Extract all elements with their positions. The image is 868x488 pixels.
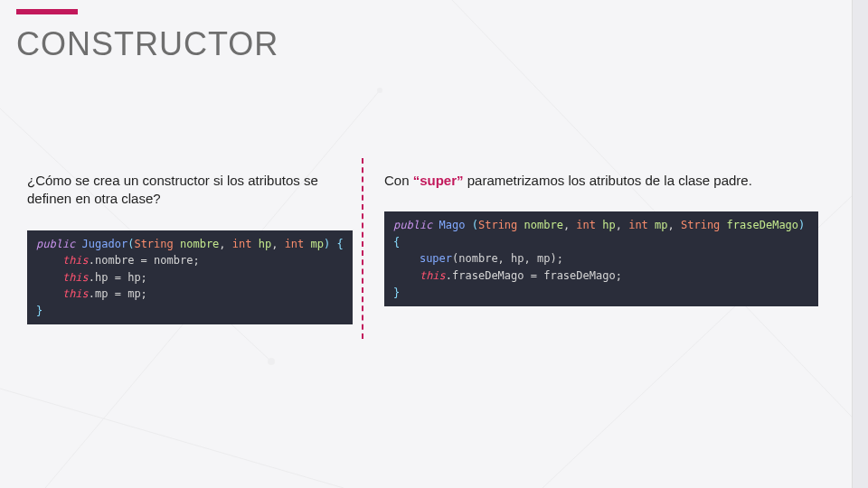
svg-point-5 xyxy=(268,358,275,365)
param-nombre: nombre xyxy=(174,238,220,250)
param-mp: mp xyxy=(648,219,668,231)
assign-nombre: .nombre = nombre; xyxy=(89,254,200,267)
param-hp: hp xyxy=(251,238,271,250)
svg-line-4 xyxy=(0,389,344,488)
keyword-public: public xyxy=(393,219,432,231)
type-int: int xyxy=(576,219,596,231)
type-string: String xyxy=(478,219,517,231)
param-mp: mp xyxy=(304,238,324,250)
code-mago: public Mago (String nombre, int hp, int … xyxy=(384,211,818,306)
scrollbar-gutter xyxy=(852,0,868,488)
comma: , xyxy=(219,238,231,250)
code-jugador: public Jugador(String nombre, int hp, in… xyxy=(27,230,353,325)
super-args: (nombre, hp, mp); xyxy=(452,252,563,265)
type-int: int xyxy=(285,238,305,250)
brace-close: } xyxy=(393,286,400,299)
keyword-this: this xyxy=(420,269,446,282)
right-column: Con “super” parametrizamos los atributos… xyxy=(384,172,841,306)
right-caption: Con “super” parametrizamos los atributos… xyxy=(384,172,841,190)
caption-super: “super” xyxy=(413,173,464,188)
param-hp: hp xyxy=(596,219,616,231)
vertical-divider xyxy=(362,158,363,339)
paren-open: ( xyxy=(472,219,478,231)
keyword-this: this xyxy=(62,254,89,267)
svg-point-6 xyxy=(377,88,382,93)
keyword-public: public xyxy=(36,238,75,250)
assign-frase: .fraseDeMago = fraseDeMago; xyxy=(446,269,622,282)
comma: , xyxy=(616,219,628,231)
title-accent-bar xyxy=(16,9,78,14)
comma: , xyxy=(563,219,576,231)
type-int: int xyxy=(628,219,648,231)
comma: , xyxy=(668,219,681,231)
brace-open: { xyxy=(330,238,343,250)
type-string: String xyxy=(134,238,173,250)
keyword-this: this xyxy=(62,271,89,284)
caption-pre: Con xyxy=(384,173,413,188)
type-int: int xyxy=(232,238,252,250)
param-frase: fraseDeMago xyxy=(720,219,798,231)
caption-post: parametrizamos los atributos de la clase… xyxy=(464,173,752,188)
ctor-name: Mago xyxy=(432,219,471,231)
slide-title: CONSTRUCTOR xyxy=(16,25,278,63)
paren-close: ) xyxy=(798,219,805,231)
assign-hp: .hp = hp; xyxy=(89,271,147,284)
call-super: super xyxy=(420,252,452,265)
assign-mp: .mp = mp; xyxy=(89,287,147,300)
keyword-this: this xyxy=(62,287,89,300)
brace-open: { xyxy=(393,236,400,249)
brace-close: } xyxy=(36,305,42,317)
type-string: String xyxy=(681,219,720,231)
left-question: ¿Cómo se crea un constructor si los atri… xyxy=(27,172,348,209)
ctor-name: Jugador xyxy=(82,238,128,250)
left-column: ¿Cómo se crea un constructor si los atri… xyxy=(27,172,348,324)
comma: , xyxy=(271,238,284,250)
param-nombre: nombre xyxy=(517,219,563,231)
